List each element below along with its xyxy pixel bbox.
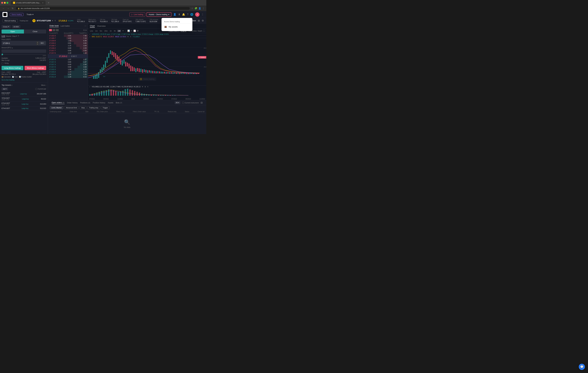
tpsl-checkbox[interactable] xyxy=(1,62,3,64)
cross-button[interactable]: Cross ▾ xyxy=(1,25,11,28)
position-history-tab[interactable]: Position history xyxy=(93,101,105,104)
volume-settings-icon[interactable]: ⚙ xyxy=(145,86,146,88)
ob-view-sell-btn[interactable] xyxy=(52,29,55,31)
1m-btn[interactable]: 1m xyxy=(95,30,98,32)
bots-tab[interactable]: Bots (7) xyxy=(116,101,122,104)
depth-btn[interactable]: Depth xyxy=(198,30,202,32)
user-icon-btn[interactable]: 👤 xyxy=(173,13,176,16)
buy-order-row[interactable]: 17,017.5 1.07 1.07 xyxy=(48,58,88,61)
buy-order-row[interactable]: 17,017.4 0.80 1.87 xyxy=(48,61,88,63)
minimize-dot[interactable] xyxy=(4,2,6,4)
browser-tab[interactable]: O 17,019.2 BTCUSDT1209 | Buy... ✕ xyxy=(11,1,46,5)
current-pair-checkbox[interactable] xyxy=(35,88,37,90)
price-decrement-btn[interactable]: ▼ xyxy=(36,43,39,45)
sell-order-row[interactable]: 17,017.7 0.90 2.00 xyxy=(48,49,88,52)
sell-order-row[interactable]: 17,017.6 1.10 1.10 xyxy=(48,52,88,54)
bbo-button[interactable]: BBO xyxy=(40,42,45,44)
user-avatar[interactable]: J xyxy=(195,12,200,17)
close-dot[interactable] xyxy=(1,2,3,4)
overview-tab[interactable]: Overview xyxy=(97,25,106,28)
positions-tab[interactable]: Positions (0) xyxy=(80,101,90,104)
forward-button[interactable]: → xyxy=(7,7,10,10)
bell-icon-btn[interactable]: 🔔 xyxy=(182,13,185,16)
my-assets-item[interactable]: 💼 My assets xyxy=(161,24,192,30)
4h-btn[interactable]: 4h xyxy=(113,30,116,32)
limit-market-tab[interactable]: Limit | Market xyxy=(50,106,63,109)
go-live-link[interactable]: Go to live trading xyxy=(1,79,46,81)
menu-btn[interactable]: ⋮ xyxy=(202,7,204,10)
calculator-btn[interactable]: 🧮 Calculator xyxy=(1,76,11,78)
volume-eye-icon[interactable]: 👁 xyxy=(142,86,143,88)
ob-decimals[interactable]: 0.1 ▾ xyxy=(83,29,87,31)
ma-eye-icon[interactable]: 👁 xyxy=(127,36,129,38)
grid-view-btn[interactable]: ⊞ xyxy=(198,19,200,22)
long-button[interactable]: Long (Demo trading) xyxy=(1,66,23,70)
help-icon-btn[interactable]: ? xyxy=(187,13,188,16)
slider-thumb[interactable] xyxy=(1,54,3,55)
current-instrument-checkbox[interactable] xyxy=(182,102,184,104)
market-btn[interactable]: Market xyxy=(6,35,11,37)
maximize-dot[interactable] xyxy=(7,2,8,4)
5m-btn[interactable]: 5m xyxy=(99,30,103,32)
stop-tab[interactable]: Stop xyxy=(80,106,86,109)
buy-order-row[interactable]: 17,013.6 1.26 7.25 xyxy=(48,73,88,76)
last-trades-tab[interactable]: Last trades xyxy=(61,25,70,27)
address-bar[interactable]: 🔒 okx.com/trade-futures/btc-usdt-221209 xyxy=(15,7,190,10)
mover-item[interactable]: KNC/USDT 12/06, 13:41 Large buy 369,587,… xyxy=(1,91,46,96)
assets-tab[interactable]: Assets xyxy=(108,101,113,104)
position-builder-btn[interactable]: 📊 Position builder xyxy=(19,76,32,78)
limit-btn[interactable]: Limit xyxy=(1,35,5,37)
sell-order-row[interactable]: 17,020.7 1.02 7.10 xyxy=(48,37,88,39)
sell-order-row[interactable]: 17,022.0 0.86 7.96 xyxy=(48,34,88,37)
chart-tab[interactable]: Chart xyxy=(90,24,95,28)
buy-order-row[interactable]: 17,015.0 1.23 5.99 xyxy=(48,71,88,73)
trading-bot-btn[interactable]: Trading bot xyxy=(18,19,30,22)
trigger-tab[interactable]: Trigger xyxy=(101,106,110,109)
ma-settings-icon[interactable]: ✕ xyxy=(130,36,131,38)
sell-order-row[interactable]: 17,019.6 1.43 6.08 xyxy=(48,39,88,42)
reload-button[interactable]: ↻ xyxy=(11,7,14,10)
all-select-btn[interactable]: All ▾ xyxy=(175,101,180,104)
advanced-limit-tab[interactable]: Advanced limit xyxy=(64,106,79,109)
back-button[interactable]: ← xyxy=(2,7,5,10)
candle-type-btn[interactable]: 📊 xyxy=(127,30,130,32)
profile-btn[interactable]: 👤 xyxy=(199,7,201,10)
mover-item[interactable]: ETH/USDT 12/06, 13:40 Large buy 610,893 xyxy=(1,101,46,107)
ob-more-btn[interactable]: ⋯ xyxy=(84,25,86,27)
buy-order-row[interactable]: 17,017.3 0.93 2.80 xyxy=(48,63,88,66)
settings-btn[interactable]: ⚙ xyxy=(137,30,139,32)
stop-btn[interactable]: Stop ▾ xyxy=(12,35,17,37)
short-button[interactable]: Short (Demo trading) xyxy=(25,66,46,70)
draw-btn[interactable]: ✏ xyxy=(131,30,133,32)
more-timeframes-btn[interactable]: ▾ xyxy=(122,30,124,32)
mover-item[interactable]: ETH/USDT Large buy 513,522 xyxy=(1,107,46,110)
more-icon-btn[interactable]: ⋮ xyxy=(201,13,204,16)
volume-close-icon[interactable]: ✕ xyxy=(147,86,148,88)
globe-icon-btn[interactable]: 🌐 xyxy=(190,13,193,16)
sell-order-row[interactable]: 17,018.2 0.69 2.69 xyxy=(48,47,88,49)
tab-close-btn[interactable]: ✕ xyxy=(42,2,43,4)
extensions-btn[interactable]: 🧩 xyxy=(195,7,197,10)
sell-order-row[interactable]: 17,018.7 1.15 3.84 xyxy=(48,44,88,47)
buy-order-row[interactable]: 17,015.9 1.08 4.76 xyxy=(48,68,88,71)
leverage-button[interactable]: 10.00X xyxy=(12,25,20,28)
order-book-tab[interactable]: Order book xyxy=(49,24,59,27)
assets-demo-button[interactable]: Assets – Demo trading ▾ xyxy=(147,12,171,17)
new-tab-button[interactable]: + xyxy=(47,1,51,5)
buy-order-row[interactable]: 17,017.0 0.88 3.68 xyxy=(48,66,88,68)
price-input[interactable] xyxy=(3,42,36,44)
settings-btn[interactable]: ⚙ xyxy=(202,19,204,22)
bookmark-btn[interactable]: ☆ xyxy=(191,7,193,10)
ob-view-both-btn[interactable] xyxy=(49,29,52,31)
manual-trading-btn[interactable]: Manual trading xyxy=(2,19,18,22)
mover-item[interactable]: YFII/USDT 12/06, 13:41 Large buy 66,622 xyxy=(1,96,46,101)
1w-btn[interactable]: 1W xyxy=(117,30,121,32)
line-btn[interactable]: Line xyxy=(89,30,94,32)
open-orders-tab[interactable]: Open orders (0) xyxy=(52,101,64,104)
download-icon-btn[interactable]: ⬇ xyxy=(178,13,180,16)
live-trading-button[interactable]: ▷ Live trading xyxy=(129,12,145,17)
price-increment-btn[interactable]: ▲ xyxy=(36,41,39,43)
1h-btn[interactable]: 1h xyxy=(109,30,112,32)
15m-btn[interactable]: 15m xyxy=(104,30,108,32)
fees-btn[interactable]: 📄 Fees xyxy=(12,76,18,78)
